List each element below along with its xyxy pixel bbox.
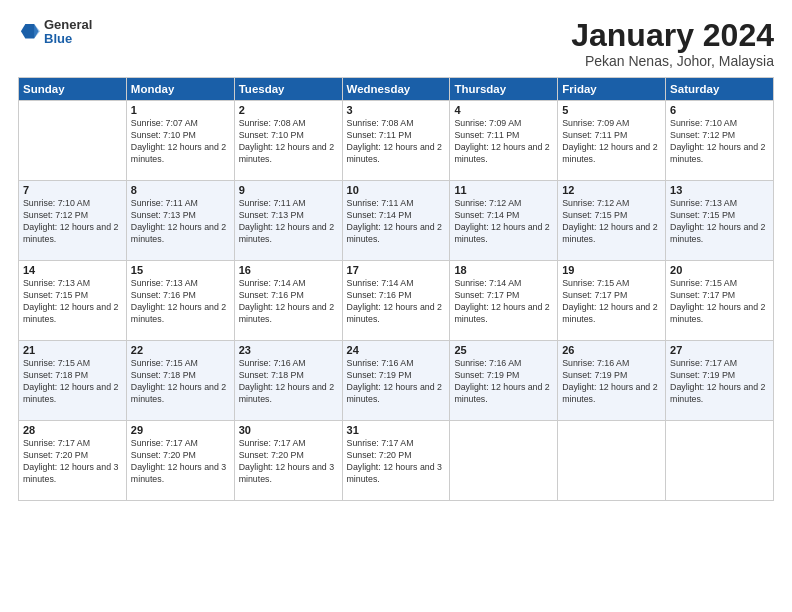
table-row: [558, 421, 666, 501]
col-friday: Friday: [558, 78, 666, 101]
day-number: 16: [239, 264, 338, 276]
table-row: 7Sunrise: 7:10 AMSunset: 7:12 PMDaylight…: [19, 181, 127, 261]
day-detail: Sunrise: 7:17 AMSunset: 7:20 PMDaylight:…: [131, 438, 230, 486]
table-row: 15Sunrise: 7:13 AMSunset: 7:16 PMDayligh…: [126, 261, 234, 341]
day-number: 6: [670, 104, 769, 116]
day-number: 23: [239, 344, 338, 356]
day-detail: Sunrise: 7:14 AMSunset: 7:16 PMDaylight:…: [239, 278, 338, 326]
day-detail: Sunrise: 7:10 AMSunset: 7:12 PMDaylight:…: [23, 198, 122, 246]
day-number: 31: [347, 424, 446, 436]
day-number: 10: [347, 184, 446, 196]
day-detail: Sunrise: 7:15 AMSunset: 7:18 PMDaylight:…: [23, 358, 122, 406]
table-row: 25Sunrise: 7:16 AMSunset: 7:19 PMDayligh…: [450, 341, 558, 421]
day-detail: Sunrise: 7:15 AMSunset: 7:17 PMDaylight:…: [670, 278, 769, 326]
day-detail: Sunrise: 7:13 AMSunset: 7:16 PMDaylight:…: [131, 278, 230, 326]
table-row: [666, 421, 774, 501]
table-row: 21Sunrise: 7:15 AMSunset: 7:18 PMDayligh…: [19, 341, 127, 421]
header-row: Sunday Monday Tuesday Wednesday Thursday…: [19, 78, 774, 101]
table-row: 20Sunrise: 7:15 AMSunset: 7:17 PMDayligh…: [666, 261, 774, 341]
table-row: 10Sunrise: 7:11 AMSunset: 7:14 PMDayligh…: [342, 181, 450, 261]
title-location: Pekan Nenas, Johor, Malaysia: [571, 53, 774, 69]
day-detail: Sunrise: 7:08 AMSunset: 7:10 PMDaylight:…: [239, 118, 338, 166]
table-row: 24Sunrise: 7:16 AMSunset: 7:19 PMDayligh…: [342, 341, 450, 421]
table-row: 28Sunrise: 7:17 AMSunset: 7:20 PMDayligh…: [19, 421, 127, 501]
svg-marker-1: [34, 24, 40, 39]
table-row: 12Sunrise: 7:12 AMSunset: 7:15 PMDayligh…: [558, 181, 666, 261]
table-row: 14Sunrise: 7:13 AMSunset: 7:15 PMDayligh…: [19, 261, 127, 341]
day-detail: Sunrise: 7:17 AMSunset: 7:20 PMDaylight:…: [347, 438, 446, 486]
table-row: 27Sunrise: 7:17 AMSunset: 7:19 PMDayligh…: [666, 341, 774, 421]
day-detail: Sunrise: 7:09 AMSunset: 7:11 PMDaylight:…: [562, 118, 661, 166]
logo: General Blue: [18, 18, 92, 47]
day-number: 18: [454, 264, 553, 276]
calendar-week-row: 7Sunrise: 7:10 AMSunset: 7:12 PMDaylight…: [19, 181, 774, 261]
day-detail: Sunrise: 7:16 AMSunset: 7:18 PMDaylight:…: [239, 358, 338, 406]
logo-icon: [18, 21, 40, 43]
col-tuesday: Tuesday: [234, 78, 342, 101]
day-number: 11: [454, 184, 553, 196]
logo-general: General: [44, 18, 92, 32]
day-detail: Sunrise: 7:17 AMSunset: 7:20 PMDaylight:…: [239, 438, 338, 486]
page: General Blue January 2024 Pekan Nenas, J…: [0, 0, 792, 612]
table-row: 19Sunrise: 7:15 AMSunset: 7:17 PMDayligh…: [558, 261, 666, 341]
day-detail: Sunrise: 7:17 AMSunset: 7:20 PMDaylight:…: [23, 438, 122, 486]
day-number: 27: [670, 344, 769, 356]
day-detail: Sunrise: 7:07 AMSunset: 7:10 PMDaylight:…: [131, 118, 230, 166]
day-detail: Sunrise: 7:15 AMSunset: 7:18 PMDaylight:…: [131, 358, 230, 406]
table-row: 4Sunrise: 7:09 AMSunset: 7:11 PMDaylight…: [450, 101, 558, 181]
table-row: 18Sunrise: 7:14 AMSunset: 7:17 PMDayligh…: [450, 261, 558, 341]
day-detail: Sunrise: 7:16 AMSunset: 7:19 PMDaylight:…: [562, 358, 661, 406]
day-number: 26: [562, 344, 661, 356]
day-detail: Sunrise: 7:11 AMSunset: 7:13 PMDaylight:…: [239, 198, 338, 246]
day-number: 21: [23, 344, 122, 356]
table-row: 16Sunrise: 7:14 AMSunset: 7:16 PMDayligh…: [234, 261, 342, 341]
table-row: 13Sunrise: 7:13 AMSunset: 7:15 PMDayligh…: [666, 181, 774, 261]
table-row: 30Sunrise: 7:17 AMSunset: 7:20 PMDayligh…: [234, 421, 342, 501]
table-row: [450, 421, 558, 501]
col-monday: Monday: [126, 78, 234, 101]
day-number: 22: [131, 344, 230, 356]
logo-text: General Blue: [44, 18, 92, 47]
header: General Blue January 2024 Pekan Nenas, J…: [18, 18, 774, 69]
day-detail: Sunrise: 7:15 AMSunset: 7:17 PMDaylight:…: [562, 278, 661, 326]
day-detail: Sunrise: 7:13 AMSunset: 7:15 PMDaylight:…: [670, 198, 769, 246]
day-detail: Sunrise: 7:11 AMSunset: 7:14 PMDaylight:…: [347, 198, 446, 246]
table-row: [19, 101, 127, 181]
day-detail: Sunrise: 7:14 AMSunset: 7:17 PMDaylight:…: [454, 278, 553, 326]
day-detail: Sunrise: 7:09 AMSunset: 7:11 PMDaylight:…: [454, 118, 553, 166]
table-row: 3Sunrise: 7:08 AMSunset: 7:11 PMDaylight…: [342, 101, 450, 181]
day-number: 30: [239, 424, 338, 436]
table-row: 5Sunrise: 7:09 AMSunset: 7:11 PMDaylight…: [558, 101, 666, 181]
day-number: 7: [23, 184, 122, 196]
table-row: 17Sunrise: 7:14 AMSunset: 7:16 PMDayligh…: [342, 261, 450, 341]
day-number: 20: [670, 264, 769, 276]
day-number: 8: [131, 184, 230, 196]
table-row: 2Sunrise: 7:08 AMSunset: 7:10 PMDaylight…: [234, 101, 342, 181]
day-number: 17: [347, 264, 446, 276]
calendar-table: Sunday Monday Tuesday Wednesday Thursday…: [18, 77, 774, 501]
day-number: 29: [131, 424, 230, 436]
day-detail: Sunrise: 7:08 AMSunset: 7:11 PMDaylight:…: [347, 118, 446, 166]
table-row: 6Sunrise: 7:10 AMSunset: 7:12 PMDaylight…: [666, 101, 774, 181]
table-row: 8Sunrise: 7:11 AMSunset: 7:13 PMDaylight…: [126, 181, 234, 261]
day-detail: Sunrise: 7:17 AMSunset: 7:19 PMDaylight:…: [670, 358, 769, 406]
day-number: 4: [454, 104, 553, 116]
table-row: 9Sunrise: 7:11 AMSunset: 7:13 PMDaylight…: [234, 181, 342, 261]
day-detail: Sunrise: 7:11 AMSunset: 7:13 PMDaylight:…: [131, 198, 230, 246]
day-number: 28: [23, 424, 122, 436]
title-month: January 2024: [571, 18, 774, 53]
table-row: 29Sunrise: 7:17 AMSunset: 7:20 PMDayligh…: [126, 421, 234, 501]
day-number: 15: [131, 264, 230, 276]
day-number: 14: [23, 264, 122, 276]
day-number: 9: [239, 184, 338, 196]
day-detail: Sunrise: 7:16 AMSunset: 7:19 PMDaylight:…: [454, 358, 553, 406]
table-row: 26Sunrise: 7:16 AMSunset: 7:19 PMDayligh…: [558, 341, 666, 421]
col-saturday: Saturday: [666, 78, 774, 101]
table-row: 31Sunrise: 7:17 AMSunset: 7:20 PMDayligh…: [342, 421, 450, 501]
day-detail: Sunrise: 7:13 AMSunset: 7:15 PMDaylight:…: [23, 278, 122, 326]
day-number: 13: [670, 184, 769, 196]
day-detail: Sunrise: 7:16 AMSunset: 7:19 PMDaylight:…: [347, 358, 446, 406]
col-wednesday: Wednesday: [342, 78, 450, 101]
day-number: 25: [454, 344, 553, 356]
day-detail: Sunrise: 7:12 AMSunset: 7:14 PMDaylight:…: [454, 198, 553, 246]
